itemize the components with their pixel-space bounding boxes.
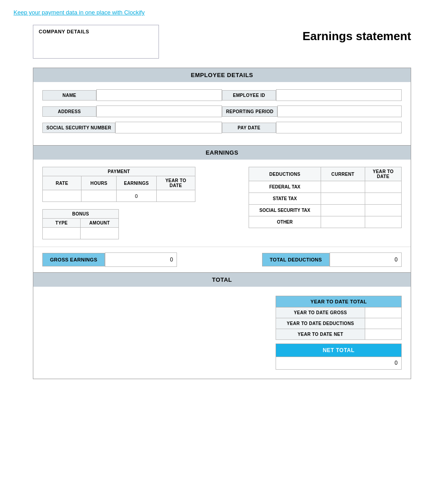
employee-fields-left: NAME ADDRESS SOCIAL SECURITY NUMBER	[42, 89, 222, 138]
deduction-ss-current-input[interactable]	[325, 207, 361, 214]
deductions-col-current: CURRENT	[321, 167, 365, 181]
payment-row: 0	[43, 190, 195, 202]
deduction-row-social-security: SOCIAL SECURITY TAX	[249, 205, 402, 216]
earnings-section-header: EARNINGS	[33, 146, 411, 160]
net-total-value: 0	[276, 357, 402, 370]
company-details-box: COMPANY DETAILS	[33, 25, 159, 59]
bonus-type-cell[interactable]	[43, 228, 81, 239]
bonus-amount-input[interactable]	[84, 230, 115, 237]
payment-earnings-cell[interactable]: 0	[117, 190, 157, 202]
ytd-row-gross: YEAR TO DATE GROSS	[276, 307, 402, 318]
bonus-block: BONUS TYPE AMOUNT	[42, 209, 204, 239]
ytd-row-deductions: YEAR TO DATE DEDUCTIONS	[276, 318, 402, 329]
field-row-pay-date: PAY DATE	[222, 122, 402, 133]
payment-ytd-cell[interactable]	[156, 190, 195, 202]
ytd-block: YEAR TO DATE TOTAL YEAR TO DATE GROSS YE…	[276, 296, 402, 370]
employee-id-input[interactable]	[276, 89, 402, 101]
ytd-block-header: YEAR TO DATE TOTAL	[276, 296, 402, 307]
ytd-deductions-label: YEAR TO DATE DEDUCTIONS	[276, 318, 365, 329]
deduction-state-label: STATE TAX	[249, 193, 321, 205]
payment-hours-input[interactable]	[85, 192, 113, 199]
deductions-block-header: DEDUCTIONS	[249, 167, 321, 181]
payment-block: PAYMENT RATE HOURS EARNINGS YEAR TO DATE	[42, 167, 204, 202]
deduction-other-ytd-input[interactable]	[369, 219, 398, 225]
deduction-row-state: STATE TAX	[249, 193, 402, 205]
net-total-label: NET TOTAL	[276, 344, 402, 357]
bonus-table: BONUS TYPE AMOUNT	[42, 209, 119, 239]
deduction-other-ytd[interactable]	[365, 216, 401, 228]
gross-earnings-label: GROSS EARNINGS	[42, 253, 105, 266]
deduction-other-label: OTHER	[249, 216, 321, 228]
field-row-employee-id: EMPLOYEE ID	[222, 89, 402, 101]
total-deductions-label: TOTAL DEDUCTIONS	[262, 253, 330, 266]
deduction-row-federal: FEDERAL TAX	[249, 181, 402, 193]
ytd-row-net: YEAR TO DATE NET	[276, 329, 402, 340]
bonus-row	[43, 228, 119, 239]
net-total-section: NET TOTAL 0	[276, 344, 402, 370]
ytd-net-label: YEAR TO DATE NET	[276, 329, 365, 339]
deduction-federal-current[interactable]	[321, 181, 365, 193]
pay-date-input[interactable]	[276, 122, 402, 133]
earnings-left: PAYMENT RATE HOURS EARNINGS YEAR TO DATE	[42, 167, 204, 239]
clockify-link[interactable]: Keep your payment data in one place with…	[14, 9, 145, 16]
payment-ytd-input[interactable]	[160, 192, 191, 199]
bonus-col-amount: AMOUNT	[81, 219, 119, 228]
name-label: NAME	[42, 90, 96, 101]
bonus-col-type: TYPE	[43, 219, 81, 228]
employee-fields-right: EMPLOYEE ID REPORTING PERIOD PAY DATE	[222, 89, 402, 138]
address-input[interactable]	[96, 105, 222, 117]
deduction-ss-ytd[interactable]	[365, 205, 401, 216]
deduction-federal-ytd-input[interactable]	[369, 183, 398, 190]
deductions-block: DEDUCTIONS CURRENT YEAR TO DATE FEDERAL …	[213, 167, 402, 239]
deduction-other-current-input[interactable]	[325, 219, 361, 225]
gross-earnings-value: 0	[105, 252, 177, 267]
payment-block-header: PAYMENT	[43, 167, 195, 176]
total-section: TOTAL YEAR TO DATE TOTAL YEAR TO DATE GR…	[33, 273, 411, 379]
payment-rate-cell[interactable]	[43, 190, 82, 202]
deduction-state-current-input[interactable]	[325, 195, 361, 202]
reporting-period-label: REPORTING PERIOD	[222, 106, 277, 117]
ytd-net-value[interactable]	[365, 329, 401, 339]
pay-date-label: PAY DATE	[222, 123, 276, 133]
ytd-deductions-value[interactable]	[365, 318, 401, 329]
deduction-state-ytd[interactable]	[365, 193, 401, 205]
deduction-state-current[interactable]	[321, 193, 365, 205]
payment-hours-cell[interactable]	[82, 190, 117, 202]
earnings-right: DEDUCTIONS CURRENT YEAR TO DATE FEDERAL …	[213, 167, 402, 239]
deduction-row-other: OTHER	[249, 216, 402, 228]
reporting-period-input[interactable]	[277, 105, 402, 117]
deduction-federal-label: FEDERAL TAX	[249, 181, 321, 193]
bonus-block-header: BONUS	[43, 210, 119, 219]
bonus-type-input[interactable]	[46, 230, 77, 237]
ssn-label: SOCIAL SECURITY NUMBER	[42, 123, 115, 133]
earnings-content: PAYMENT RATE HOURS EARNINGS YEAR TO DATE	[33, 160, 411, 247]
ytd-gross-value[interactable]	[365, 307, 401, 318]
deduction-ss-current[interactable]	[321, 205, 365, 216]
total-deductions-total: TOTAL DEDUCTIONS 0	[262, 252, 402, 267]
earnings-section: EARNINGS PAYMENT RATE HOURS E	[33, 146, 411, 273]
total-content: YEAR TO DATE TOTAL YEAR TO DATE GROSS YE…	[33, 287, 411, 379]
employee-section-header: EMPLOYEE DETAILS	[33, 68, 411, 82]
ssn-input[interactable]	[115, 122, 222, 133]
bonus-amount-cell[interactable]	[81, 228, 119, 239]
payment-rate-input[interactable]	[46, 192, 77, 199]
field-row-ssn: SOCIAL SECURITY NUMBER	[42, 122, 222, 133]
ytd-gross-label: YEAR TO DATE GROSS	[276, 307, 365, 318]
total-section-header: TOTAL	[33, 273, 411, 287]
payment-col-rate: RATE	[43, 176, 82, 190]
deduction-ss-ytd-input[interactable]	[369, 207, 398, 214]
deduction-other-current[interactable]	[321, 216, 365, 228]
name-input[interactable]	[96, 89, 222, 101]
deductions-col-ytd: YEAR TO DATE	[365, 167, 401, 181]
deduction-ss-label: SOCIAL SECURITY TAX	[249, 205, 321, 216]
deduction-federal-current-input[interactable]	[325, 183, 361, 190]
gross-earnings-total: GROSS EARNINGS 0	[42, 252, 177, 267]
address-label: ADDRESS	[42, 106, 96, 117]
earnings-totals-row: GROSS EARNINGS 0 TOTAL DEDUCTIONS 0	[33, 247, 411, 272]
deduction-state-ytd-input[interactable]	[369, 195, 398, 202]
field-row-address: ADDRESS	[42, 105, 222, 117]
field-row-reporting-period: REPORTING PERIOD	[222, 105, 402, 117]
employee-fields: NAME ADDRESS SOCIAL SECURITY NUMBER EMPL…	[33, 82, 411, 145]
company-details-label: COMPANY DETAILS	[39, 29, 153, 34]
deduction-federal-ytd[interactable]	[365, 181, 401, 193]
